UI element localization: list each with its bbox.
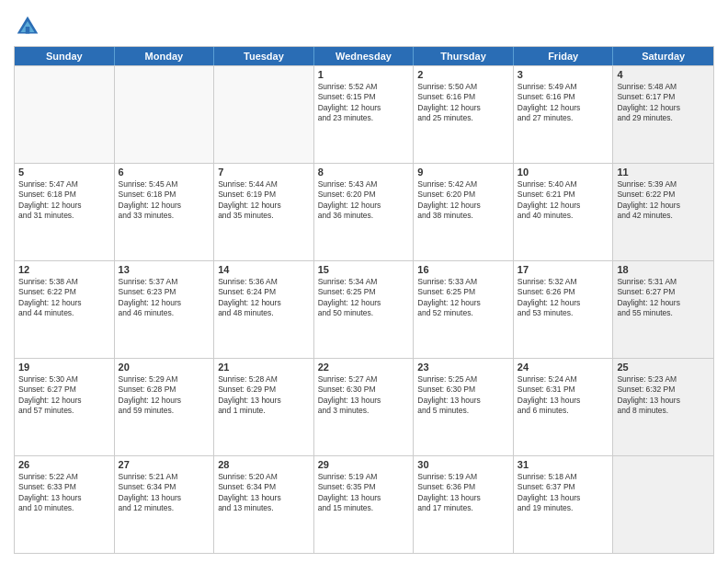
day-info: Sunrise: 5:49 AM Sunset: 6:16 PM Dayligh…: [518, 82, 609, 124]
calendar-cell: 29Sunrise: 5:19 AM Sunset: 6:35 PM Dayli…: [314, 456, 415, 553]
day-info: Sunrise: 5:34 AM Sunset: 6:25 PM Dayligh…: [318, 277, 410, 319]
calendar-cell: 17Sunrise: 5:32 AM Sunset: 6:26 PM Dayli…: [514, 261, 614, 358]
calendar-cell: 23Sunrise: 5:25 AM Sunset: 6:30 PM Dayli…: [414, 359, 514, 455]
calendar-cell: 1Sunrise: 5:52 AM Sunset: 6:15 PM Daylig…: [314, 66, 415, 163]
day-number: 6: [119, 167, 210, 178]
day-number: 13: [119, 264, 210, 275]
day-info: Sunrise: 5:42 AM Sunset: 6:20 PM Dayligh…: [417, 179, 509, 222]
day-number: 27: [119, 459, 210, 470]
header-day-wednesday: Wednesday: [314, 47, 415, 65]
day-number: 7: [218, 167, 310, 178]
calendar-cell: 16Sunrise: 5:33 AM Sunset: 6:25 PM Dayli…: [414, 261, 514, 358]
day-number: 31: [518, 459, 609, 470]
day-info: Sunrise: 5:20 AM Sunset: 6:34 PM Dayligh…: [218, 472, 310, 514]
day-info: Sunrise: 5:23 AM Sunset: 6:32 PM Dayligh…: [617, 374, 710, 417]
day-info: Sunrise: 5:50 AM Sunset: 6:16 PM Dayligh…: [417, 82, 509, 124]
calendar-cell: 21Sunrise: 5:28 AM Sunset: 6:29 PM Dayli…: [214, 359, 314, 455]
calendar-cell: 11Sunrise: 5:39 AM Sunset: 6:22 PM Dayli…: [613, 164, 713, 260]
calendar-cell: 3Sunrise: 5:49 AM Sunset: 6:16 PM Daylig…: [514, 66, 614, 163]
calendar-cell: 22Sunrise: 5:27 AM Sunset: 6:30 PM Dayli…: [314, 359, 415, 455]
calendar-cell: [15, 66, 115, 163]
day-number: 2: [417, 69, 509, 80]
day-number: 5: [18, 167, 110, 178]
day-info: Sunrise: 5:22 AM Sunset: 6:33 PM Dayligh…: [18, 472, 110, 514]
day-info: Sunrise: 5:28 AM Sunset: 6:29 PM Dayligh…: [218, 374, 310, 417]
day-info: Sunrise: 5:47 AM Sunset: 6:18 PM Dayligh…: [18, 179, 110, 222]
calendar-cell: 10Sunrise: 5:40 AM Sunset: 6:21 PM Dayli…: [514, 164, 614, 260]
day-info: Sunrise: 5:31 AM Sunset: 6:27 PM Dayligh…: [617, 277, 710, 319]
day-info: Sunrise: 5:48 AM Sunset: 6:17 PM Dayligh…: [617, 82, 710, 124]
day-number: 19: [18, 362, 110, 373]
calendar-cell: 27Sunrise: 5:21 AM Sunset: 6:34 PM Dayli…: [115, 456, 215, 553]
calendar-cell: 6Sunrise: 5:45 AM Sunset: 6:18 PM Daylig…: [115, 164, 215, 260]
calendar-row-1: 1Sunrise: 5:52 AM Sunset: 6:15 PM Daylig…: [15, 65, 713, 163]
header-day-saturday: Saturday: [613, 47, 713, 65]
day-number: 10: [518, 167, 609, 178]
calendar-body: 1Sunrise: 5:52 AM Sunset: 6:15 PM Daylig…: [15, 65, 713, 553]
day-info: Sunrise: 5:37 AM Sunset: 6:23 PM Dayligh…: [119, 277, 210, 319]
calendar-cell: 18Sunrise: 5:31 AM Sunset: 6:27 PM Dayli…: [613, 261, 713, 358]
calendar-cell: 9Sunrise: 5:42 AM Sunset: 6:20 PM Daylig…: [414, 164, 514, 260]
calendar-cell: [613, 456, 713, 553]
header-day-tuesday: Tuesday: [214, 47, 314, 65]
calendar-row-4: 19Sunrise: 5:30 AM Sunset: 6:27 PM Dayli…: [15, 358, 713, 455]
calendar-cell: 26Sunrise: 5:22 AM Sunset: 6:33 PM Dayli…: [15, 456, 115, 553]
calendar-cell: 15Sunrise: 5:34 AM Sunset: 6:25 PM Dayli…: [314, 261, 415, 358]
day-info: Sunrise: 5:45 AM Sunset: 6:18 PM Dayligh…: [119, 179, 210, 222]
day-number: 29: [318, 459, 410, 470]
day-info: Sunrise: 5:33 AM Sunset: 6:25 PM Dayligh…: [417, 277, 509, 319]
day-info: Sunrise: 5:19 AM Sunset: 6:36 PM Dayligh…: [417, 472, 509, 514]
calendar-cell: 30Sunrise: 5:19 AM Sunset: 6:36 PM Dayli…: [414, 456, 514, 553]
day-number: 15: [318, 264, 410, 275]
calendar-cell: 7Sunrise: 5:44 AM Sunset: 6:19 PM Daylig…: [214, 164, 314, 260]
day-number: 8: [318, 167, 410, 178]
logo: [14, 13, 45, 40]
day-number: 25: [617, 362, 710, 373]
page: SundayMondayTuesdayWednesdayThursdayFrid…: [0, 0, 728, 563]
header: [14, 9, 714, 40]
day-number: 11: [617, 167, 710, 178]
calendar-cell: 24Sunrise: 5:24 AM Sunset: 6:31 PM Dayli…: [514, 359, 614, 455]
day-number: 21: [218, 362, 310, 373]
day-info: Sunrise: 5:52 AM Sunset: 6:15 PM Dayligh…: [318, 82, 410, 124]
day-number: 9: [417, 167, 509, 178]
day-info: Sunrise: 5:44 AM Sunset: 6:19 PM Dayligh…: [218, 179, 310, 222]
day-number: 16: [417, 264, 509, 275]
day-info: Sunrise: 5:30 AM Sunset: 6:27 PM Dayligh…: [18, 374, 110, 417]
calendar-row-5: 26Sunrise: 5:22 AM Sunset: 6:33 PM Dayli…: [15, 455, 713, 553]
day-number: 3: [518, 69, 609, 80]
day-number: 14: [218, 264, 310, 275]
calendar-cell: 14Sunrise: 5:36 AM Sunset: 6:24 PM Dayli…: [214, 261, 314, 358]
calendar-row-2: 5Sunrise: 5:47 AM Sunset: 6:18 PM Daylig…: [15, 163, 713, 260]
calendar: SundayMondayTuesdayWednesdayThursdayFrid…: [14, 46, 714, 554]
day-info: Sunrise: 5:18 AM Sunset: 6:37 PM Dayligh…: [518, 472, 609, 514]
day-info: Sunrise: 5:32 AM Sunset: 6:26 PM Dayligh…: [518, 277, 609, 319]
calendar-cell: 2Sunrise: 5:50 AM Sunset: 6:16 PM Daylig…: [414, 66, 514, 163]
header-day-monday: Monday: [115, 47, 215, 65]
calendar-cell: 13Sunrise: 5:37 AM Sunset: 6:23 PM Dayli…: [115, 261, 215, 358]
day-info: Sunrise: 5:40 AM Sunset: 6:21 PM Dayligh…: [518, 179, 609, 222]
svg-rect-2: [26, 27, 30, 34]
day-info: Sunrise: 5:21 AM Sunset: 6:34 PM Dayligh…: [119, 472, 210, 514]
day-info: Sunrise: 5:19 AM Sunset: 6:35 PM Dayligh…: [318, 472, 410, 514]
day-number: 23: [417, 362, 509, 373]
calendar-cell: [115, 66, 215, 163]
calendar-cell: 25Sunrise: 5:23 AM Sunset: 6:32 PM Dayli…: [613, 359, 713, 455]
calendar-cell: 28Sunrise: 5:20 AM Sunset: 6:34 PM Dayli…: [214, 456, 314, 553]
day-info: Sunrise: 5:24 AM Sunset: 6:31 PM Dayligh…: [518, 374, 609, 417]
calendar-cell: 19Sunrise: 5:30 AM Sunset: 6:27 PM Dayli…: [15, 359, 115, 455]
calendar-cell: 8Sunrise: 5:43 AM Sunset: 6:20 PM Daylig…: [314, 164, 415, 260]
logo-icon: [14, 13, 41, 40]
day-number: 28: [218, 459, 310, 470]
day-number: 30: [417, 459, 509, 470]
calendar-header: SundayMondayTuesdayWednesdayThursdayFrid…: [15, 47, 713, 65]
header-day-friday: Friday: [514, 47, 614, 65]
day-info: Sunrise: 5:38 AM Sunset: 6:22 PM Dayligh…: [18, 277, 110, 319]
calendar-cell: 4Sunrise: 5:48 AM Sunset: 6:17 PM Daylig…: [613, 66, 713, 163]
day-info: Sunrise: 5:27 AM Sunset: 6:30 PM Dayligh…: [318, 374, 410, 417]
day-info: Sunrise: 5:39 AM Sunset: 6:22 PM Dayligh…: [617, 179, 710, 222]
day-info: Sunrise: 5:43 AM Sunset: 6:20 PM Dayligh…: [318, 179, 410, 222]
day-info: Sunrise: 5:29 AM Sunset: 6:28 PM Dayligh…: [119, 374, 210, 417]
day-number: 24: [518, 362, 609, 373]
day-number: 18: [617, 264, 710, 275]
